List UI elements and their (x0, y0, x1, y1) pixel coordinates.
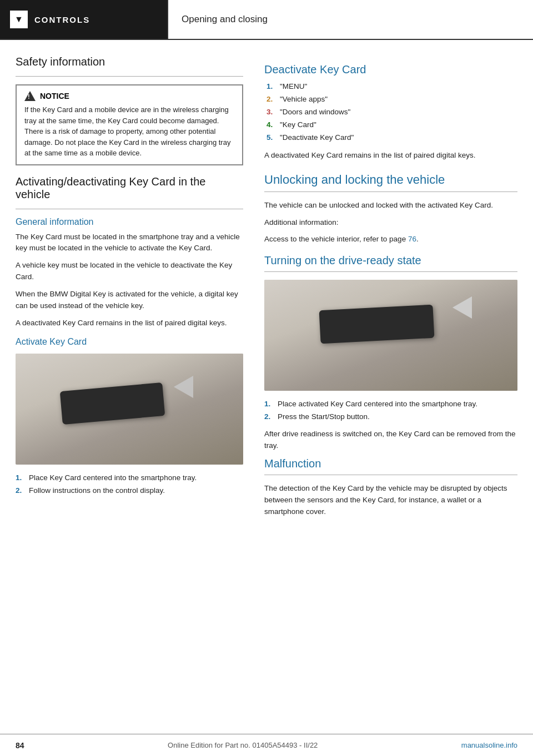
unlocking-text-3a: Access to the vehicle interior, refer to… (264, 235, 408, 243)
drive-ready-step-2: 2. Press the Start/Stop button. (264, 411, 517, 423)
edition-text: Online Edition for Part no. 01405A54493 … (168, 741, 318, 749)
notice-header: NOTICE (24, 91, 234, 101)
step-num-1: 1. (16, 472, 26, 484)
drstep-text-2: Press the Start/Stop button. (278, 411, 517, 423)
dstep-text-3: "Doors and windows" (280, 106, 350, 119)
car-interior-image-2 (264, 280, 517, 391)
malfunction-section-title: Malfunction (264, 457, 517, 470)
drstep-text-1: Place activated Key Card centered into t… (278, 399, 517, 410)
activating-divider (16, 209, 243, 209)
malfunction-text: The detection of the Key Card by the veh… (264, 483, 517, 518)
arrow-indicator-2 (452, 296, 472, 319)
warning-triangle-icon (24, 91, 36, 101)
page-header: ▼ CONTROLS Opening and closing (0, 0, 533, 40)
right-column: Deactivate Key Card 1. "MENU" 2. "Vehicl… (255, 53, 533, 523)
dstep-text-2: "Vehicle apps" (280, 93, 328, 106)
drive-ready-note: After drive readiness is switched on, th… (264, 429, 517, 452)
dstep-text-5: "Deactivate Key Card" (280, 132, 354, 144)
general-text-1: The Key Card must be located in the smar… (16, 231, 243, 255)
deactivate-step-2: 2. "Vehicle apps" (266, 93, 517, 106)
header-right: Opening and closing (167, 0, 533, 39)
dstep-text-4: "Key Card" (280, 119, 316, 132)
activate-steps-list: 1. Place Key Card centered into the smar… (16, 472, 243, 497)
general-text-4: A deactivated Key Card remains in the li… (16, 317, 243, 329)
dstep-num-4: 4. (266, 119, 276, 132)
unlocking-text-3b: . (416, 235, 419, 243)
dstep-num-2: 2. (266, 93, 276, 106)
safety-divider (16, 76, 243, 77)
drive-ready-steps-list: 1. Place activated Key Card centered int… (264, 399, 517, 423)
activate-step-2: 2. Follow instructions on the control di… (16, 485, 243, 497)
step-num-2: 2. (16, 485, 26, 497)
deactivate-note: A deactivated Key Card remains in the li… (264, 150, 517, 162)
page-number: 84 (16, 741, 24, 750)
drive-ready-divider (264, 271, 517, 272)
drive-ready-section-title: Turning on the drive-ready state (264, 254, 517, 267)
header-subtitle: Opening and closing (182, 14, 268, 25)
page-footer: 84 Online Edition for Part no. 01405A544… (0, 734, 533, 756)
notice-box: NOTICE If the Key Card and a mobile devi… (16, 84, 243, 165)
key-card-shape (60, 382, 165, 425)
unlocking-text-3: Access to the vehicle interior, refer to… (264, 234, 517, 245)
arrow-icon: ▼ (14, 14, 23, 24)
deactivate-step-1: 1. "MENU" (266, 80, 517, 93)
drive-ready-image (264, 280, 517, 391)
drstep-num-2: 2. (264, 411, 274, 423)
step-text-1: Place Key Card centered into the smartph… (29, 472, 243, 484)
deactivate-step-4: 4. "Key Card" (266, 119, 517, 132)
deactivate-section-title: Deactivate Key Card (264, 63, 517, 76)
unlocking-text-2: Additional information: (264, 217, 517, 229)
notice-text: If the Key Card and a mobile device are … (24, 104, 234, 159)
unlocking-text-1: The vehicle can be unlocked and locked w… (264, 200, 517, 211)
activate-image (16, 354, 243, 465)
general-text-3: When the BMW Digital Key is activated fo… (16, 289, 243, 312)
header-left: ▼ CONTROLS (0, 0, 167, 39)
controls-icon-box: ▼ (10, 11, 28, 28)
header-title: CONTROLS (34, 15, 90, 24)
general-subsection-title: General information (16, 217, 243, 227)
general-text-2: A vehicle key must be located in the veh… (16, 260, 243, 283)
unlocking-section-title: Unlocking and locking the vehicle (264, 173, 517, 187)
activate-subsection-title: Activate Key Card (16, 337, 243, 347)
notice-label: NOTICE (40, 92, 69, 100)
unlocking-divider (264, 191, 517, 192)
drive-ready-step-1: 1. Place activated Key Card centered int… (264, 399, 517, 410)
left-column: Safety information NOTICE If the Key Car… (0, 53, 255, 523)
dstep-num-5: 5. (266, 132, 276, 144)
activate-step-1: 1. Place Key Card centered into the smar… (16, 472, 243, 484)
deactivate-steps-list: 1. "MENU" 2. "Vehicle apps" 3. "Doors an… (264, 80, 517, 144)
main-content: Safety information NOTICE If the Key Car… (0, 40, 533, 523)
malfunction-divider (264, 475, 517, 475)
dstep-num-1: 1. (266, 80, 276, 93)
deactivate-step-3: 3. "Doors and windows" (266, 106, 517, 119)
car-interior-image (16, 354, 243, 465)
step-text-2: Follow instructions on the control displ… (29, 485, 243, 497)
dstep-text-1: "MENU" (280, 80, 307, 93)
page-ref-link[interactable]: 76 (408, 235, 416, 243)
dstep-num-3: 3. (266, 106, 276, 119)
safety-section-title: Safety information (16, 56, 243, 68)
arrow-indicator (174, 376, 193, 398)
site-link[interactable]: manualsoline.info (461, 741, 517, 749)
drstep-num-1: 1. (264, 399, 274, 410)
deactivate-step-5: 5. "Deactivate Key Card" (266, 132, 517, 144)
key-card-shape-2 (319, 305, 435, 344)
activating-section-title: Activating/deactivating Key Card in the … (16, 175, 243, 201)
